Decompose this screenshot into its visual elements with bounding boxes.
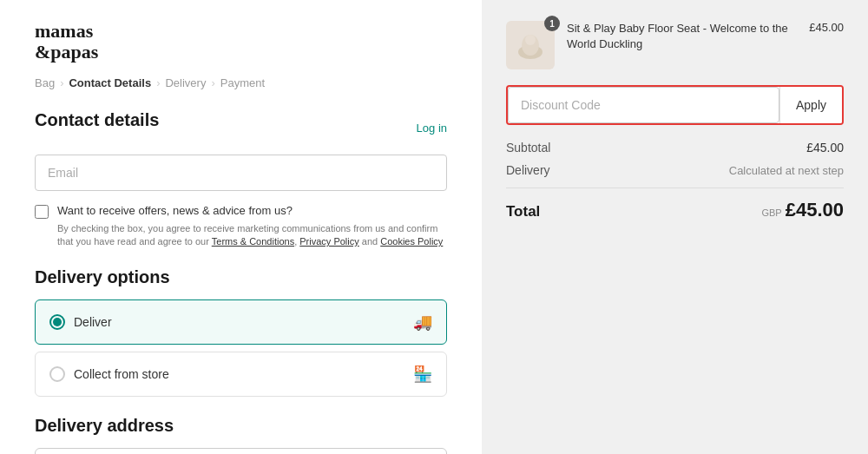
- contact-header: Contact details Log in: [35, 110, 447, 142]
- email-field[interactable]: [35, 155, 447, 191]
- summary-divider: [506, 188, 844, 188]
- total-currency: GBP: [761, 207, 781, 218]
- delivery-options-title: Delivery options: [35, 267, 447, 287]
- breadcrumb: Bag › Contact Details › Delivery › Payme…: [35, 76, 447, 89]
- breadcrumb-sep-2: ›: [156, 76, 160, 89]
- deliver-option[interactable]: Deliver 🚚: [35, 299, 447, 345]
- newsletter-sublabel: By checking the box, you agree to receiv…: [57, 222, 447, 249]
- terms-link[interactable]: Terms & Conditions: [212, 236, 294, 247]
- delivery-label: Delivery: [506, 163, 550, 177]
- newsletter-checkbox[interactable]: [35, 205, 49, 219]
- product-row: 1 Sit & Play Baby Floor Seat - Welcome t…: [506, 21, 844, 69]
- total-amount: GBP £45.00: [761, 199, 844, 221]
- logo: mamas &papas: [35, 21, 447, 63]
- deliver-label: Deliver: [74, 315, 112, 329]
- svg-point-2: [525, 35, 536, 45]
- deliver-icon: 🚚: [413, 313, 432, 332]
- breadcrumb-delivery: Delivery: [165, 76, 206, 89]
- contact-title: Contact details: [35, 110, 159, 130]
- collect-icon: 🏪: [413, 365, 432, 384]
- collect-label: Collect from store: [74, 367, 169, 381]
- product-info: Sit & Play Baby Floor Seat - Welcome to …: [567, 21, 797, 52]
- breadcrumb-bag[interactable]: Bag: [35, 76, 55, 89]
- delivery-address-section: Delivery address Country/Region United K…: [35, 416, 447, 454]
- newsletter-label: Want to receive offers, news & advice fr…: [57, 203, 447, 219]
- discount-code-input[interactable]: [508, 87, 779, 123]
- breadcrumb-contact: Contact Details: [69, 76, 151, 89]
- delivery-options-section: Delivery options Deliver 🚚 Collect from …: [35, 267, 447, 397]
- breadcrumb-sep-3: ›: [211, 76, 214, 89]
- product-image-wrap: 1: [506, 21, 555, 69]
- logo-line1: mamas: [35, 21, 447, 42]
- product-quantity-badge: 1: [544, 16, 560, 31]
- subtotal-label: Subtotal: [506, 141, 550, 155]
- cookies-link[interactable]: Cookies Policy: [380, 236, 443, 247]
- collect-option[interactable]: Collect from store 🏪: [35, 352, 447, 397]
- login-link[interactable]: Log in: [417, 122, 447, 135]
- collect-radio: [49, 366, 65, 382]
- product-name: Sit & Play Baby Floor Seat - Welcome to …: [567, 21, 797, 52]
- newsletter-checkbox-row: Want to receive offers, news & advice fr…: [35, 203, 447, 248]
- discount-code-box: Apply: [506, 85, 844, 125]
- subtotal-row: Subtotal £45.00: [506, 141, 844, 155]
- total-label: Total: [506, 203, 540, 220]
- logo-line2: &papas: [35, 42, 447, 63]
- delivery-address-title: Delivery address: [35, 416, 447, 436]
- right-panel: 1 Sit & Play Baby Floor Seat - Welcome t…: [482, 0, 868, 454]
- product-price: £45.00: [809, 21, 844, 34]
- privacy-link[interactable]: Privacy Policy: [299, 236, 358, 247]
- delivery-row: Delivery Calculated at next step: [506, 163, 844, 177]
- deliver-radio: [49, 314, 65, 330]
- subtotal-value: £45.00: [806, 141, 844, 155]
- left-panel: mamas &papas Bag › Contact Details › Del…: [0, 0, 482, 454]
- total-value: £45.00: [786, 199, 844, 221]
- delivery-value: Calculated at next step: [729, 164, 844, 177]
- breadcrumb-sep-1: ›: [60, 76, 63, 89]
- country-region-select[interactable]: Country/Region United Kingdom ⌄: [35, 448, 447, 454]
- total-row: Total GBP £45.00: [506, 199, 844, 221]
- apply-button[interactable]: Apply: [779, 87, 842, 123]
- breadcrumb-payment: Payment: [220, 76, 265, 89]
